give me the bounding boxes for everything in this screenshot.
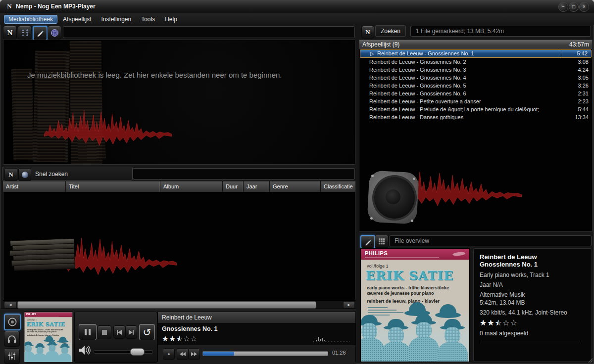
detail-rating[interactable]: ☆☆☆☆☆ ★★★★★: [480, 319, 518, 327]
detail-encoding: 320 kbit/s, 44.1 kHz, Joint-Stereo: [480, 309, 586, 316]
playlist-row[interactable]: Reinbert de Leeuw - Danses gothiques13:3…: [359, 113, 592, 121]
app-logo-icon: N: [5, 2, 13, 10]
detail-genre: Alternative Musik: [480, 291, 586, 298]
detail-album-track: Early piano works, Track 1: [480, 272, 586, 278]
add-files-button[interactable]: [18, 26, 32, 40]
playlist-row[interactable]: Reinbert de Leeuw - Gnossiennes No. 53:2…: [359, 82, 592, 90]
playlist-row[interactable]: Reinbert de Leeuw - Petite ouverture a d…: [359, 97, 592, 105]
pause-icon: [85, 329, 87, 335]
search-options-button[interactable]: [18, 168, 31, 181]
scrollbar-thumb[interactable]: [17, 301, 316, 309]
playlist-row[interactable]: Reinbert de Leeuw - Gnossiennes No. 34:2…: [359, 66, 592, 74]
close-button[interactable]: ×: [579, 2, 589, 12]
playlist-menu-button[interactable]: N: [361, 26, 374, 39]
column-duur[interactable]: Duur: [223, 182, 244, 192]
playlist-row[interactable]: Reinbert de Leeuw - Prelude de &quot;La …: [359, 105, 592, 113]
album-volume-line: vol./folge 1: [367, 264, 389, 269]
globe-icon: [50, 29, 59, 37]
player-album-art[interactable]: PHILIPS vol./folge 1 ERIK SATIE early pi…: [24, 312, 73, 363]
playlist-row[interactable]: Reinbert de Leeuw - Gnossiennes No. 62:3…: [359, 90, 592, 97]
detail-year: Jaar N/A: [480, 281, 586, 288]
column-classificatie[interactable]: Classificatie: [321, 182, 355, 192]
now-playing-rating[interactable]: ☆☆☆☆☆ ★★★★★: [162, 335, 198, 342]
library-table-header: Artist Titel Album Duur Jaar Genre Class…: [3, 182, 355, 192]
menu-accelerator: H: [165, 16, 169, 23]
album-artist-title: ERIK SATIE: [27, 321, 65, 327]
webradio-button[interactable]: [48, 26, 61, 40]
scroll-right-arrow[interactable]: ►: [343, 301, 355, 309]
media-library-panel[interactable]: Je muziekbibliotheek is leeg. Zet hier e…: [3, 40, 355, 165]
column-jaar[interactable]: Jaar: [244, 182, 270, 192]
track-title: Reinbert de Leeuw - Gnossiennes No. 3: [369, 67, 466, 73]
volume-slider[interactable]: [94, 350, 153, 354]
track-title: Reinbert de Leeuw - Danses gothiques: [369, 114, 463, 120]
detail-edit-tab-button[interactable]: [360, 235, 375, 249]
library-hscrollbar[interactable]: ◄ ►: [3, 300, 355, 309]
album-artist-title: ERIK SATIE: [366, 269, 453, 283]
rewind-button[interactable]: [177, 348, 189, 360]
view-equalizer-button[interactable]: [4, 348, 20, 364]
playlist-row[interactable]: Reinbert de Leeuw - Gnossiennes No. 43:0…: [359, 74, 592, 82]
scroll-left-arrow[interactable]: ◄: [4, 301, 17, 309]
album-figures-decor: [361, 308, 469, 362]
track-title: Reinbert de Leeuw - Prelude de &quot;La …: [369, 106, 539, 112]
resize-grip[interactable]: [588, 358, 593, 363]
detail-grid-tab-button[interactable]: [375, 235, 389, 248]
player-bar: PHILIPS vol./folge 1 ERIK SATIE early pi…: [0, 309, 356, 364]
maximize-button[interactable]: □: [569, 2, 579, 12]
skip-back-icon: [118, 330, 122, 335]
quick-search-label: Snel zoeken: [35, 167, 68, 181]
playlist-total-time: 43:57m: [569, 40, 589, 49]
album-subtitle2: œuvres de jeunesse pour piano: [27, 331, 57, 333]
pause-button[interactable]: [79, 324, 97, 340]
menu-label: ools: [144, 16, 155, 23]
skip-forward-icon: [133, 330, 134, 335]
quick-search-input[interactable]: [133, 168, 355, 180]
grid-icon: [378, 238, 385, 245]
menu-help[interactable]: Help: [160, 15, 182, 24]
playlist-header-label: Afspeellijst (9): [362, 40, 399, 49]
repeat-button[interactable]: ↺: [139, 324, 155, 340]
track-title: Reinbert de Leeuw - Gnossiennes No. 2: [369, 59, 466, 65]
menu-tools[interactable]: Tools: [137, 15, 159, 24]
tab-zoeken[interactable]: Zoeken: [375, 25, 406, 37]
now-playing-panel: Reinbert de Leeuw Gnossiennes No. 1 ☆☆☆☆…: [157, 312, 356, 362]
fast-forward-button[interactable]: [188, 348, 200, 360]
record-button[interactable]: ●: [163, 348, 175, 360]
next-button[interactable]: [125, 325, 137, 339]
fast-forward-icon: [194, 352, 197, 356]
progress-bar[interactable]: [202, 351, 328, 356]
view-headphones-button[interactable]: [4, 331, 20, 347]
stop-button[interactable]: [98, 325, 111, 339]
volume-thumb[interactable]: [130, 348, 145, 356]
title-bar: N Nemp - Nog Een MP3-Player − □ ×: [0, 0, 594, 14]
detail-playcount: 0 maal afgespeeld: [480, 330, 586, 337]
playlist-row-current[interactable]: ▷ Reinbert de Leeuw - Gnossiennes No. 1 …: [360, 49, 592, 58]
progress-fill: [203, 352, 234, 356]
library-table-body[interactable]: [3, 192, 355, 300]
detail-album-art: PHILIPS vol./folge 1 ERIK SATIE early pi…: [360, 248, 470, 362]
minimize-button[interactable]: −: [558, 2, 568, 12]
library-toolbar-field[interactable]: [63, 26, 355, 38]
edit-mode-button[interactable]: [33, 26, 48, 41]
menu-mediabibliotheek[interactable]: Mediabibliotheek: [4, 15, 57, 24]
track-time: 3:08: [578, 58, 589, 66]
playlist-header: Afspeellijst (9) 43:57m: [359, 40, 592, 49]
playlist-row[interactable]: Reinbert de Leeuw - Gnossiennes No. 23:0…: [359, 58, 592, 66]
menu-instellingen[interactable]: Instellingen: [97, 15, 136, 24]
detail-title: Gnossiennes No. 1: [480, 261, 586, 268]
detail-duration-size: 5:42m, 13.04 MB: [480, 299, 586, 306]
nemp-menu-button[interactable]: N: [3, 26, 17, 40]
column-titel[interactable]: Titel: [66, 182, 160, 192]
menu-afspeellijst[interactable]: Afspeellijst: [58, 15, 96, 24]
view-player-button[interactable]: [4, 314, 21, 330]
library-menu-button[interactable]: N: [4, 168, 17, 181]
album-subtitle1: early piano works - frühe klavierstücke: [367, 285, 449, 291]
track-title: Reinbert de Leeuw - Petite ouverture a d…: [369, 98, 481, 104]
previous-button[interactable]: [113, 325, 125, 339]
playlist-panel: Afspeellijst (9) 43:57m ▷ Reinbert de Le…: [359, 40, 593, 231]
column-genre[interactable]: Genre: [270, 182, 321, 192]
column-artist[interactable]: Artist: [3, 182, 66, 192]
column-album[interactable]: Album: [160, 182, 223, 192]
detail-artist: Reinbert de Leeuw: [480, 253, 586, 261]
